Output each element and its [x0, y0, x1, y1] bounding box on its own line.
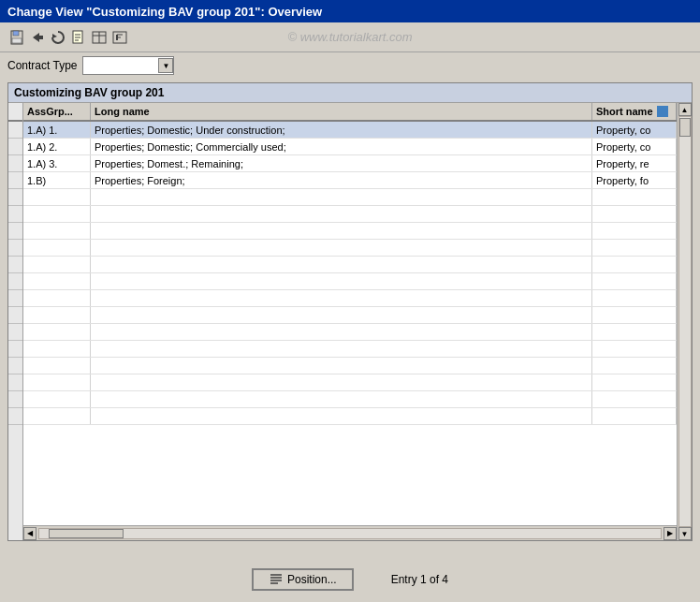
- position-button[interactable]: Position...: [252, 568, 354, 591]
- table2-icon[interactable]: [90, 28, 109, 47]
- row-selector[interactable]: [8, 172, 22, 189]
- table-row-empty[interactable]: [23, 374, 677, 391]
- cell-shortname: Property, re: [592, 155, 677, 171]
- col-longname-header: Long name: [91, 103, 592, 120]
- table-row-empty[interactable]: [23, 240, 677, 257]
- svg-rect-2: [12, 38, 22, 43]
- filter-label: Contract Type: [7, 59, 77, 72]
- table-row-empty[interactable]: [23, 324, 677, 341]
- row-selector[interactable]: [8, 257, 22, 273]
- svg-rect-1: [13, 31, 19, 36]
- cell-assgrp: 1.A) 3.: [23, 155, 91, 171]
- cell-shortname: Property, co: [592, 122, 677, 138]
- row-selector[interactable]: [8, 189, 22, 206]
- column-settings-icon[interactable]: [657, 106, 668, 117]
- entry-info: Entry 1 of 4: [391, 573, 448, 586]
- table-row-empty[interactable]: [23, 358, 677, 374]
- scroll-left-btn[interactable]: ◀: [23, 527, 36, 540]
- table-row-empty[interactable]: [23, 408, 677, 425]
- table-row[interactable]: 1.B)Properties; Foreign;Property, fo: [23, 172, 677, 189]
- row-selector[interactable]: [8, 273, 22, 290]
- info-icon[interactable]: [110, 28, 129, 47]
- position-btn-label: Position...: [287, 573, 337, 586]
- table-row-empty[interactable]: [23, 189, 677, 206]
- title-bar: Change View "Customizing BAV group 201":…: [0, 0, 700, 22]
- h-scroll-track[interactable]: [38, 528, 662, 539]
- row-selector[interactable]: [8, 391, 22, 408]
- toolbar: © www.tutorialkart.com: [0, 22, 700, 52]
- table-row-empty[interactable]: [23, 273, 677, 290]
- cell-shortname: Property, co: [592, 139, 677, 154]
- row-selector[interactable]: [8, 324, 22, 341]
- row-selector[interactable]: [8, 240, 22, 257]
- table-row[interactable]: 1.A) 3.Properties; Domest.; Remaining;Pr…: [23, 155, 677, 172]
- v-scroll-thumb[interactable]: [679, 118, 691, 137]
- cell-longname: Properties; Domestic; Commercially used;: [91, 139, 592, 154]
- refresh-icon[interactable]: [49, 28, 67, 47]
- vertical-scrollbar: ▲ ▼: [677, 103, 692, 540]
- cell-assgrp: 1.B): [23, 172, 91, 188]
- scroll-right-btn[interactable]: ▶: [664, 527, 677, 540]
- position-icon: [269, 573, 284, 586]
- bottom-bar: Position... Entry 1 of 4: [0, 568, 700, 591]
- row-selector[interactable]: [8, 374, 22, 391]
- h-scroll-thumb[interactable]: [49, 529, 124, 538]
- row-selector[interactable]: [8, 290, 22, 307]
- table-row[interactable]: 1.A) 1.Properties; Domestic; Under const…: [23, 122, 677, 139]
- cell-assgrp: 1.A) 1.: [23, 122, 91, 138]
- group-title: Customizing BAV group 201: [8, 83, 692, 103]
- row-selector[interactable]: [8, 307, 22, 324]
- row-selector[interactable]: [8, 358, 22, 374]
- table-row-empty[interactable]: [23, 290, 677, 307]
- col-shortname-header: Short name: [592, 103, 677, 120]
- table-row-empty[interactable]: [23, 223, 677, 240]
- row-selector-column: [8, 103, 23, 540]
- svg-marker-3: [33, 33, 43, 42]
- cell-shortname: Property, fo: [592, 172, 677, 188]
- row-selector[interactable]: [8, 139, 22, 155]
- table-row-empty[interactable]: [23, 206, 677, 223]
- svg-marker-4: [52, 34, 57, 38]
- table-area: AssGrp... Long name Short name 1.A) 1.Pr…: [23, 103, 677, 540]
- document2-icon[interactable]: [69, 28, 88, 47]
- table-row-empty[interactable]: [23, 307, 677, 324]
- col-assgrp-header: AssGrp...: [23, 103, 91, 120]
- row-selector[interactable]: [8, 206, 22, 223]
- table-row-empty[interactable]: [23, 391, 677, 408]
- scroll-down-btn[interactable]: ▼: [678, 527, 692, 540]
- main-content: Customizing BAV group 201 AssGrp... Long…: [7, 82, 693, 541]
- table-header: AssGrp... Long name Short name: [23, 103, 677, 122]
- table-row[interactable]: 1.A) 2.Properties; Domestic; Commerciall…: [23, 139, 677, 155]
- contract-type-dropdown[interactable]: ▼: [158, 58, 173, 73]
- row-selector[interactable]: [8, 341, 22, 358]
- table-row-empty[interactable]: [23, 341, 677, 358]
- cell-longname: Properties; Domestic; Under construction…: [91, 122, 592, 138]
- cell-assgrp: 1.A) 2.: [23, 139, 91, 154]
- horizontal-scrollbar: ◀ ▶: [23, 525, 677, 540]
- table-row-empty[interactable]: [23, 257, 677, 273]
- row-selector[interactable]: [8, 408, 22, 425]
- contract-type-input[interactable]: [83, 57, 158, 74]
- scroll-up-btn[interactable]: ▲: [678, 103, 692, 116]
- watermark: © www.tutorialkart.com: [287, 30, 412, 44]
- filter-bar: Contract Type ▼: [0, 52, 700, 79]
- row-selector[interactable]: [8, 155, 22, 172]
- cell-longname: Properties; Foreign;: [91, 172, 592, 188]
- v-scroll-track[interactable]: [678, 116, 692, 527]
- back-icon[interactable]: [28, 28, 47, 47]
- table-body: 1.A) 1.Properties; Domestic; Under const…: [23, 122, 677, 525]
- row-selector[interactable]: [8, 223, 22, 240]
- title-text: Change View "Customizing BAV group 201":…: [7, 5, 322, 19]
- row-selector[interactable]: [8, 122, 22, 139]
- cell-longname: Properties; Domest.; Remaining;: [91, 155, 592, 171]
- save-icon[interactable]: [7, 28, 26, 47]
